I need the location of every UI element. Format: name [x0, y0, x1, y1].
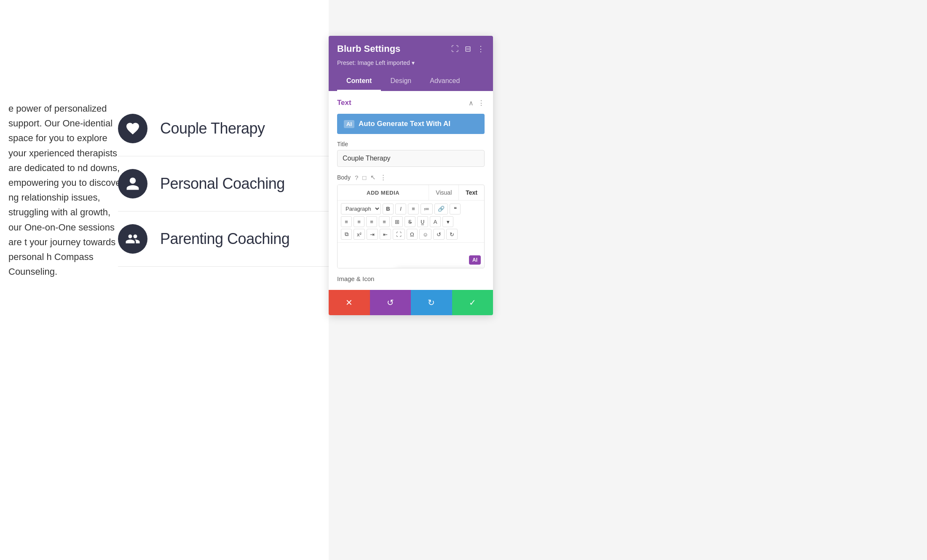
paragraph-select[interactable]: Paragraph — [341, 203, 381, 214]
cursor-icon[interactable]: ↖ — [370, 174, 376, 181]
tab-content[interactable]: Content — [337, 72, 381, 91]
indent-button[interactable]: ⇥ — [367, 229, 378, 240]
couple-therapy-label: Couple Therapy — [160, 120, 265, 137]
image-icon-section-label: Image & Icon — [337, 275, 485, 282]
description-text: e power of personalized support. Our One… — [8, 101, 126, 279]
italic-button[interactable]: I — [395, 204, 406, 214]
panel-header-icons: ⛶ ⊟ ⋮ — [451, 44, 485, 54]
section-header-icons: ∧ ⋮ — [469, 99, 485, 107]
superscript-button[interactable]: x² — [354, 229, 365, 240]
editor-content-area[interactable]: AI Write With AI Write Automatically — [338, 243, 484, 268]
collapse-icon[interactable]: ∧ — [469, 99, 474, 107]
write-with-ai-option[interactable]: Write With AI — [396, 268, 485, 268]
tab-visual[interactable]: Visual — [429, 185, 458, 200]
panel-title: Blurb Settings — [337, 43, 400, 54]
toolbar-row-1: Paragraph B I ≡ ≔ 🔗 ❝ — [341, 203, 481, 214]
table-button[interactable]: ⊞ — [391, 216, 403, 227]
strikethrough-button[interactable]: S̶ — [405, 216, 415, 227]
list-item: Couple Therapy — [118, 101, 329, 156]
body-label: Body — [337, 174, 351, 181]
outdent-button[interactable]: ⇤ — [380, 229, 391, 240]
undo-edit-button[interactable]: ↺ — [433, 229, 445, 240]
expand-icon[interactable]: ⛶ — [451, 45, 459, 54]
options-icon[interactable]: ⋮ — [380, 174, 386, 181]
help-icon[interactable]: ? — [355, 174, 358, 181]
underline-button[interactable]: U̲ — [417, 216, 428, 227]
personal-coaching-icon-circle — [118, 169, 147, 198]
align-right-button[interactable]: ≡ — [366, 216, 377, 227]
ai-generate-button[interactable]: AI Auto Generate Text With AI — [337, 114, 485, 134]
couple-therapy-icon-circle — [118, 114, 147, 143]
settings-panel: Blurb Settings ⛶ ⊟ ⋮ Preset: Image Left … — [329, 36, 493, 315]
ai-floating-button[interactable]: AI — [469, 255, 481, 265]
align-center-button[interactable]: ≡ — [354, 216, 364, 227]
fullscreen-button[interactable]: ⛶ — [393, 229, 405, 240]
mobile-icon[interactable]: □ — [362, 174, 366, 181]
panel-body: Text ∧ ⋮ AI Auto Generate Text With AI T… — [329, 91, 493, 290]
title-field-label: Title — [337, 141, 485, 147]
section-more-icon[interactable]: ⋮ — [478, 99, 485, 107]
list-item: Personal Coaching — [118, 156, 329, 212]
align-left-button[interactable]: ≡ — [341, 216, 352, 227]
text-section-title: Text — [337, 99, 351, 107]
list-item: Parenting Coaching — [118, 212, 329, 267]
cancel-button[interactable]: ✕ — [329, 290, 370, 315]
panel-preset[interactable]: Preset: Image Left imported ▾ — [337, 59, 485, 66]
link-button[interactable]: 🔗 — [434, 204, 448, 214]
font-size-button[interactable]: ▾ — [442, 216, 453, 227]
undo-button[interactable]: ↺ — [370, 290, 411, 315]
ai-badge: AI — [344, 120, 354, 128]
text-section-header: Text ∧ ⋮ — [337, 99, 485, 107]
quote-button[interactable]: ❝ — [450, 204, 461, 214]
editor-toolbar: Paragraph B I ≡ ≔ 🔗 ❝ ≡ ≡ ≡ ≡ ⊞ S̶ U̲ — [338, 201, 484, 243]
special-char-button[interactable]: Ω — [407, 229, 418, 240]
editor-view-tabs: Visual Text — [429, 185, 484, 200]
font-color-button[interactable]: A — [430, 216, 441, 227]
panel-title-row: Blurb Settings ⛶ ⊟ ⋮ — [337, 43, 485, 54]
personal-coaching-label: Personal Coaching — [160, 175, 285, 193]
title-input[interactable] — [337, 150, 485, 167]
bold-button[interactable]: B — [383, 204, 394, 214]
save-button[interactable]: ✓ — [452, 290, 493, 315]
group-icon — [125, 231, 140, 247]
toolbar-row-2: ≡ ≡ ≡ ≡ ⊞ S̶ U̲ A ▾ — [341, 216, 481, 227]
editor-container: ADD MEDIA Visual Text Paragraph B I ≡ ≔ … — [337, 185, 485, 268]
ai-generate-label: Auto Generate Text With AI — [359, 120, 450, 128]
redo-button[interactable]: ↻ — [411, 290, 452, 315]
layout-icon[interactable]: ⊟ — [465, 44, 471, 54]
left-panel: e power of personalized support. Our One… — [0, 0, 329, 560]
person-icon — [125, 176, 140, 191]
editor-top-bar: ADD MEDIA Visual Text — [338, 185, 484, 201]
panel-header: Blurb Settings ⛶ ⊟ ⋮ Preset: Image Left … — [329, 36, 493, 91]
redo-edit-button[interactable]: ↻ — [446, 229, 458, 240]
bullet-list-button[interactable]: ≡ — [408, 204, 419, 214]
add-media-button[interactable]: ADD MEDIA — [338, 185, 429, 200]
tab-text[interactable]: Text — [458, 185, 484, 200]
parenting-coaching-icon-circle — [118, 224, 147, 254]
ordered-list-button[interactable]: ≔ — [421, 204, 433, 214]
tab-advanced[interactable]: Advanced — [421, 72, 469, 91]
parenting-coaching-label: Parenting Coaching — [160, 230, 289, 248]
more-icon[interactable]: ⋮ — [477, 44, 485, 54]
tab-design[interactable]: Design — [381, 72, 421, 91]
bottom-action-bar: ✕ ↺ ↻ ✓ — [329, 290, 493, 315]
heart-icon — [125, 121, 140, 136]
left-text-block: e power of personalized support. Our One… — [0, 93, 135, 287]
emoji-button[interactable]: ☺ — [419, 229, 431, 240]
align-justify-button[interactable]: ≡ — [379, 216, 390, 227]
toolbar-row-3: ⧉ x² ⇥ ⇤ ⛶ Ω ☺ ↺ ↻ — [341, 229, 481, 240]
write-ai-dropdown: Write With AI Write Automatically — [396, 268, 485, 268]
panel-tabs: Content Design Advanced — [337, 72, 485, 91]
body-toolbar: Body ? □ ↖ ⋮ — [337, 174, 485, 181]
copy-button[interactable]: ⧉ — [341, 229, 352, 240]
services-list: Couple Therapy Personal Coaching Parenti… — [118, 101, 329, 267]
